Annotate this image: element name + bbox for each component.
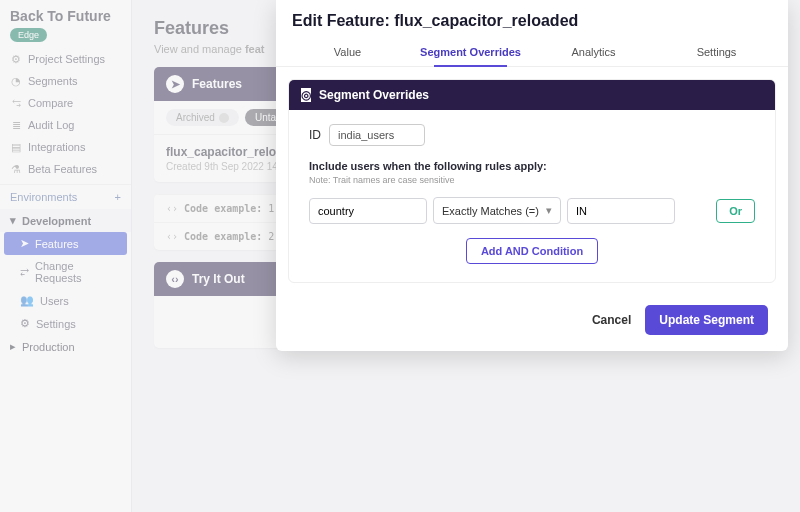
chevron-down-icon: ▾ [546,204,552,217]
tab-settings[interactable]: Settings [655,40,778,66]
dialog-footer: Cancel Update Segment [276,295,788,351]
dialog-title: Edit Feature: flux_capacitor_reloaded [276,0,788,40]
rule-operator-select[interactable]: Exactly Matches (=) ▾ [433,197,561,224]
tab-value[interactable]: Value [286,40,409,66]
operator-value: Exactly Matches (=) [442,205,539,217]
add-and-condition-button[interactable]: Add AND Condition [466,238,598,264]
tab-analytics[interactable]: Analytics [532,40,655,66]
id-label: ID [309,128,321,142]
rule-value-input[interactable] [567,198,675,224]
rule-row: Exactly Matches (=) ▾ Or [309,197,755,224]
segment-panel-body: ID Include users when the following rule… [289,110,775,282]
rule-trait-input[interactable] [309,198,427,224]
dialog-tabs: Value Segment Overrides Analytics Settin… [276,40,788,67]
segment-panel-header: ◎ Segment Overrides [289,80,775,110]
segment-id-row: ID [309,124,755,146]
segment-overrides-panel: ◎ Segment Overrides ID Include users whe… [288,79,776,283]
trait-case-note: Note: Trait names are case sensitive [309,175,755,185]
cancel-button[interactable]: Cancel [592,313,631,327]
target-icon: ◎ [301,88,311,102]
tab-segment-overrides[interactable]: Segment Overrides [409,40,532,66]
add-or-button[interactable]: Or [716,199,755,223]
update-segment-button[interactable]: Update Segment [645,305,768,335]
edit-feature-dialog: Edit Feature: flux_capacitor_reloaded Va… [276,0,788,351]
panel-title: Segment Overrides [319,88,429,102]
add-and-row: Add AND Condition [309,238,755,264]
include-rules-label: Include users when the following rules a… [309,160,755,172]
segment-id-input[interactable] [329,124,425,146]
